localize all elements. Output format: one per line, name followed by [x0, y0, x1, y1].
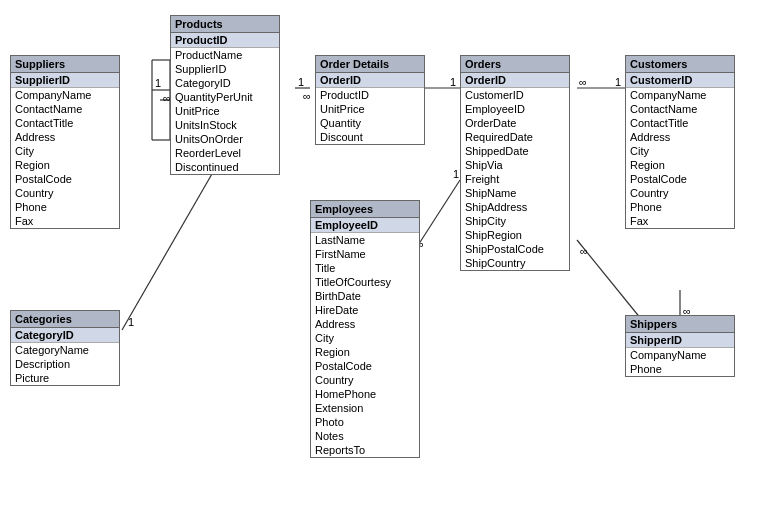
orderdetails-header: Order Details — [316, 56, 424, 73]
suppliers-table: Suppliers SupplierID CompanyName Contact… — [10, 55, 120, 229]
suppliers-pk: SupplierID — [11, 73, 119, 88]
svg-text:1: 1 — [155, 77, 161, 89]
categories-table: Categories CategoryID CategoryName Descr… — [10, 310, 120, 386]
products-pk: ProductID — [171, 33, 279, 48]
categories-header: Categories — [11, 311, 119, 328]
orders-table: Orders OrderID CustomerID EmployeeID Ord… — [460, 55, 570, 271]
svg-text:1: 1 — [450, 76, 456, 88]
svg-text:1: 1 — [453, 168, 459, 180]
svg-text:∞: ∞ — [580, 245, 588, 257]
shippers-header: Shippers — [626, 316, 734, 333]
svg-line-20 — [415, 180, 460, 250]
orderdetails-table: Order Details OrderID ProductID UnitPric… — [315, 55, 425, 145]
svg-text:1: 1 — [128, 316, 134, 328]
svg-text:∞: ∞ — [579, 76, 587, 88]
svg-text:∞: ∞ — [303, 90, 311, 102]
orders-pk: OrderID — [461, 73, 569, 88]
svg-text:1: 1 — [298, 76, 304, 88]
suppliers-header: Suppliers — [11, 56, 119, 73]
customers-header: Customers — [626, 56, 734, 73]
employees-pk: EmployeeID — [311, 218, 419, 233]
shippers-pk: ShipperID — [626, 333, 734, 348]
svg-text:1: 1 — [615, 76, 621, 88]
employees-header: Employees — [311, 201, 419, 218]
categories-pk: CategoryID — [11, 328, 119, 343]
orders-header: Orders — [461, 56, 569, 73]
customers-pk: CustomerID — [626, 73, 734, 88]
products-header: Products — [171, 16, 279, 33]
diagram-canvas: 1 ∞ 1 ∞ ∞ 1 ∞ 1 1 ∞ 1 ∞ ∞ 1 ∞ — [0, 0, 766, 530]
employees-table: Employees EmployeeID LastName FirstName … — [310, 200, 420, 458]
shippers-table: Shippers ShipperID CompanyName Phone — [625, 315, 735, 377]
svg-line-17 — [122, 160, 220, 330]
products-table: Products ProductID ProductName SupplierI… — [170, 15, 280, 175]
orderdetails-pk: OrderID — [316, 73, 424, 88]
customers-table: Customers CustomerID CompanyName Contact… — [625, 55, 735, 229]
